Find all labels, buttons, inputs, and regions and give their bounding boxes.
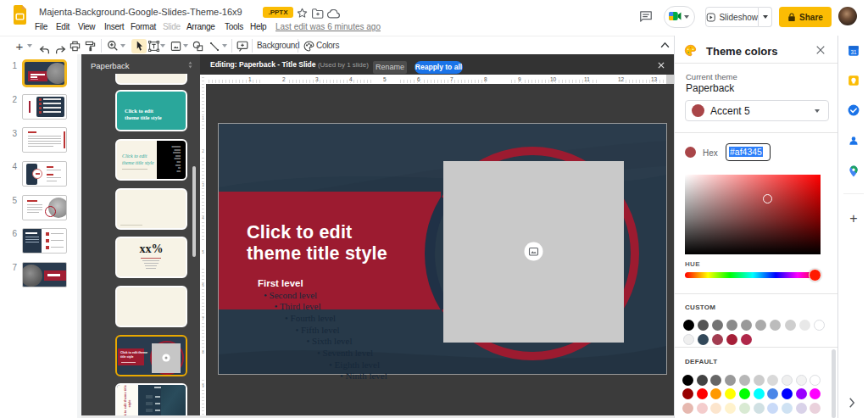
- svg-text:31: 31: [850, 49, 857, 55]
